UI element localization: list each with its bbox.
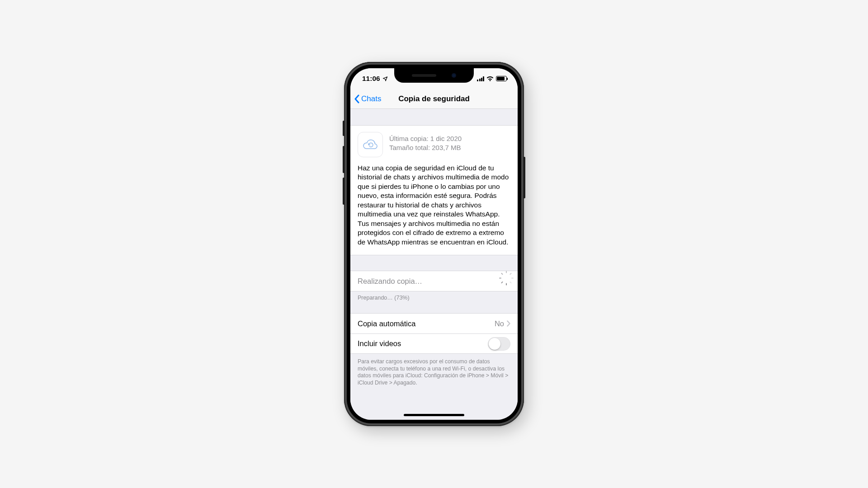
backup-status-label: Realizando copia… <box>358 277 502 286</box>
chevron-right-icon <box>507 320 510 327</box>
settings-footer: Para evitar cargos excesivos por el cons… <box>350 354 518 386</box>
phone-frame: 11:06 Chats Copia de seguridad <box>344 62 524 426</box>
side-button <box>524 157 525 198</box>
navigation-bar: Chats Copia de seguridad <box>350 89 518 109</box>
backup-progress-section: Realizando copia… <box>350 271 518 291</box>
back-label: Chats <box>361 94 381 103</box>
auto-backup-label: Copia automática <box>358 319 495 328</box>
chevron-left-icon <box>354 94 359 103</box>
page-title: Copia de seguridad <box>398 94 470 103</box>
mute-switch <box>343 121 344 136</box>
content: Última copia: 1 dic 2020 Tamaño total: 2… <box>350 109 518 420</box>
backup-description: Haz una copia de seguridad en iCloud de … <box>358 164 510 247</box>
backup-stage-label: Preparando… (73%) <box>350 291 518 301</box>
total-size-label: Tamaño total: 203,7 MB <box>389 144 462 151</box>
notch <box>394 68 474 83</box>
icloud-backup-icon <box>358 132 383 157</box>
auto-backup-row[interactable]: Copia automática No <box>350 314 518 333</box>
spinner-icon <box>502 277 510 285</box>
earpiece-speaker <box>412 74 436 77</box>
backup-settings-section: Copia automática No Incluir videos <box>350 313 518 354</box>
status-time: 11:06 <box>362 75 380 83</box>
wifi-icon <box>486 76 494 81</box>
screen: 11:06 Chats Copia de seguridad <box>350 68 518 420</box>
back-button[interactable]: Chats <box>354 94 381 103</box>
home-indicator[interactable] <box>404 414 464 416</box>
volume-down-button <box>343 178 344 205</box>
auto-backup-value: No <box>495 319 504 328</box>
last-backup-label: Última copia: 1 dic 2020 <box>389 135 462 142</box>
backup-in-progress-row: Realizando copia… <box>350 271 518 291</box>
battery-icon <box>496 76 507 81</box>
include-videos-label: Incluir videos <box>358 339 488 348</box>
cellular-icon <box>477 76 484 81</box>
front-camera <box>452 73 456 78</box>
include-videos-toggle[interactable] <box>488 337 510 351</box>
location-icon <box>382 76 388 81</box>
backup-info-section: Última copia: 1 dic 2020 Tamaño total: 2… <box>350 125 518 255</box>
volume-up-button <box>343 146 344 173</box>
include-videos-row: Incluir videos <box>350 333 518 353</box>
